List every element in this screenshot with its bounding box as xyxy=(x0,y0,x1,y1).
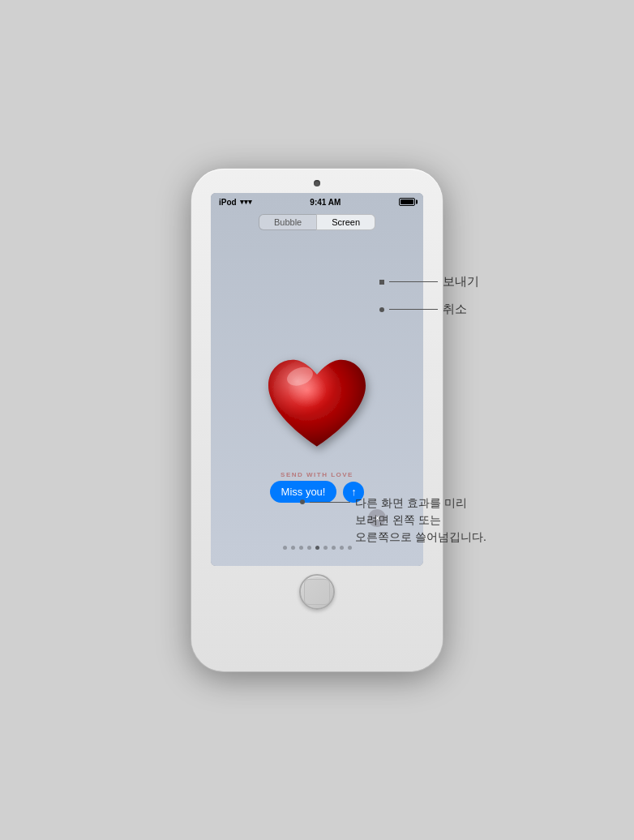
screen: iPod ▾▾▾ 9:41 AM Bubble Screen xyxy=(211,193,423,566)
message-row: Miss you! ↑ xyxy=(211,481,423,503)
home-button[interactable] xyxy=(299,574,335,610)
tab-bubble[interactable]: Bubble xyxy=(259,214,316,230)
tab-screen[interactable]: Screen xyxy=(316,214,375,230)
battery-fill xyxy=(401,199,413,204)
dot-8 xyxy=(340,546,344,550)
send-with-love-label: SEND WITH LOVE xyxy=(281,471,353,478)
dot-6 xyxy=(323,546,328,550)
send-button[interactable]: ↑ xyxy=(343,482,364,503)
front-camera xyxy=(314,180,320,186)
dot-4 xyxy=(307,546,311,550)
dot-7 xyxy=(332,546,336,550)
dot-9 xyxy=(348,546,352,550)
status-left: iPod ▾▾▾ xyxy=(219,198,252,207)
cancel-label: 취소 xyxy=(443,302,467,317)
wifi-icon: ▾▾▾ xyxy=(240,198,252,206)
screen-content: iPod ▾▾▾ 9:41 AM Bubble Screen xyxy=(211,193,423,566)
status-bar: iPod ▾▾▾ 9:41 AM xyxy=(211,193,423,211)
send-arrow-icon: ↑ xyxy=(351,486,357,497)
ipod-device: iPod ▾▾▾ 9:41 AM Bubble Screen xyxy=(191,169,443,671)
dot-1 xyxy=(283,546,287,550)
tab-segment[interactable]: Bubble Screen xyxy=(259,214,375,230)
tab-bar: Bubble Screen xyxy=(211,211,423,234)
carrier-label: iPod xyxy=(219,198,237,207)
status-right xyxy=(399,198,415,206)
page-wrapper: iPod ▾▾▾ 9:41 AM Bubble Screen xyxy=(0,0,634,840)
heart-area xyxy=(211,234,423,566)
dot-5-active xyxy=(315,546,319,550)
dot-2 xyxy=(291,546,295,550)
close-icon: ✕ xyxy=(374,514,381,523)
home-button-inner xyxy=(304,579,330,605)
main-area: SEND WITH LOVE Miss you! ↑ ✕ xyxy=(211,234,423,566)
message-bubble: Miss you! xyxy=(270,481,337,503)
dot-3 xyxy=(299,546,303,550)
page-dots xyxy=(211,546,423,550)
battery-icon xyxy=(399,198,415,206)
time-label: 9:41 AM xyxy=(310,198,341,207)
heart-image xyxy=(256,347,378,461)
send-label: 보내기 xyxy=(443,274,479,289)
cancel-button[interactable]: ✕ xyxy=(368,509,386,527)
